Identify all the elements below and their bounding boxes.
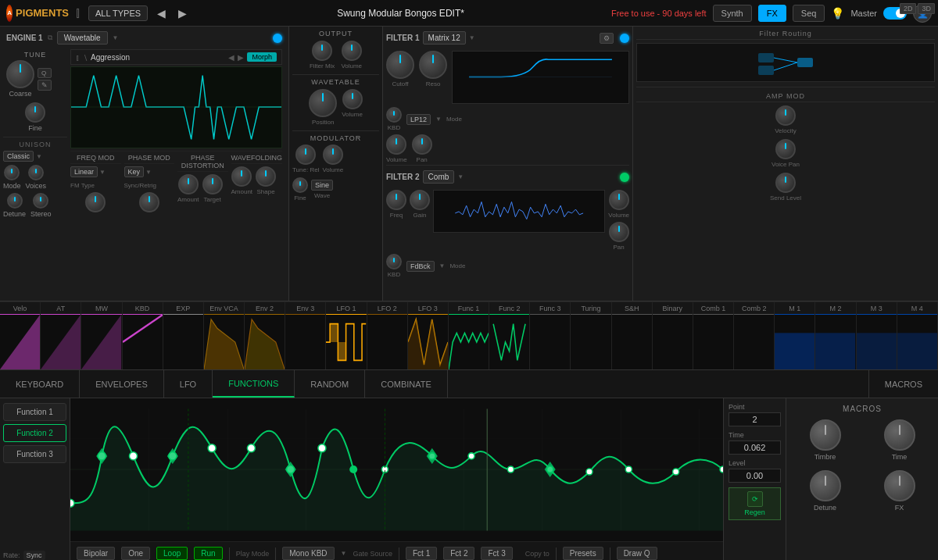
presets-button[interactable]: Presets: [563, 547, 603, 560]
engine1-copy-icon[interactable]: ⧉: [48, 34, 52, 42]
tab-functions[interactable]: FUNCTIONS: [213, 370, 295, 398]
mod-cell-m4[interactable]: M 4: [897, 302, 938, 369]
lightbulb-icon[interactable]: 💡: [831, 7, 844, 20]
fct2-copy-button[interactable]: Fct 2: [443, 547, 474, 560]
point-value[interactable]: 2: [729, 412, 781, 426]
preset-type-selector[interactable]: ALL TYPES: [88, 5, 148, 21]
morph-button[interactable]: Morph: [247, 52, 277, 62]
voice-pan-knob[interactable]: [775, 139, 796, 159]
tab-keyboard[interactable]: KEYBOARD: [0, 370, 80, 398]
function1-button[interactable]: Function 1: [3, 403, 66, 421]
rate-value[interactable]: Sync: [23, 551, 45, 560]
mod-cell-exp[interactable]: EXP: [163, 302, 204, 369]
macro-time-knob[interactable]: [884, 419, 915, 451]
voices-knob[interactable]: [28, 165, 44, 180]
f1-pan-knob[interactable]: [412, 134, 432, 155]
f2-fdbck-selector[interactable]: FdBck: [406, 261, 435, 272]
cutoff-knob[interactable]: [386, 51, 414, 79]
bipolar-button[interactable]: Bipolar: [77, 547, 115, 560]
mod-cell-func3[interactable]: Func 3: [530, 302, 571, 369]
tab-seq-button[interactable]: Seq: [793, 5, 825, 22]
wt-next-icon[interactable]: ▶: [238, 53, 244, 62]
wf-amount-knob[interactable]: [231, 166, 252, 187]
mod-cell-kbd[interactable]: KBD: [123, 302, 163, 369]
mod-cell-mw[interactable]: MW: [81, 302, 122, 369]
mod-cell-func2[interactable]: Func 2: [489, 302, 530, 369]
mod-cell-m2[interactable]: M 2: [815, 302, 856, 369]
sync-selector[interactable]: Key: [124, 166, 145, 177]
tab-combinate[interactable]: COMBINATE: [365, 370, 448, 398]
prev-preset-button[interactable]: ◀: [154, 7, 169, 20]
macro-timbre-knob[interactable]: [810, 419, 841, 451]
f1-mode-selector[interactable]: LP12: [406, 114, 431, 125]
mod-cell-turing[interactable]: Turing: [571, 302, 611, 369]
mod-cell-snh[interactable]: S&H: [612, 302, 653, 369]
mod-cell-lfo3[interactable]: LFO 3: [408, 302, 449, 369]
phase-knob[interactable]: [139, 192, 159, 212]
filter-mix-knob[interactable]: [312, 41, 332, 61]
time-value[interactable]: 0.062: [729, 441, 781, 455]
f2-volume-knob[interactable]: [609, 190, 629, 210]
f2-kbd-knob[interactable]: [386, 254, 402, 269]
mode-knob[interactable]: [4, 165, 20, 180]
mod-cell-lfo2[interactable]: LFO 2: [367, 302, 408, 369]
f2-freq-knob[interactable]: [386, 190, 406, 210]
wf-shape-knob[interactable]: [256, 166, 276, 187]
level-value[interactable]: 0.00: [729, 469, 781, 483]
pd-target-knob[interactable]: [202, 174, 223, 194]
next-preset-button[interactable]: ▶: [175, 7, 190, 20]
mod-cell-comb1[interactable]: Comb 1: [693, 302, 734, 369]
f2-pan-knob[interactable]: [609, 222, 629, 242]
stereo-knob[interactable]: [33, 193, 48, 209]
mod-wave-select[interactable]: Sine: [311, 180, 333, 191]
pd-amount-knob[interactable]: [178, 174, 199, 194]
engine1-type-selector[interactable]: Wavetable: [57, 31, 108, 45]
filter1-power-button[interactable]: [620, 34, 629, 43]
wt-out-volume-knob[interactable]: [342, 89, 363, 109]
output-volume-knob[interactable]: [342, 41, 362, 61]
3d-button[interactable]: 3D: [918, 3, 935, 14]
mod-cell-func1[interactable]: Func 1: [449, 302, 489, 369]
function3-button[interactable]: Function 3: [3, 445, 66, 463]
detune-knob[interactable]: [7, 193, 23, 209]
f2-gain-knob[interactable]: [410, 190, 430, 210]
tab-random[interactable]: RANDOM: [295, 370, 365, 398]
fm-type-selector[interactable]: Linear: [70, 166, 98, 177]
tab-fx-button[interactable]: FX: [758, 5, 786, 22]
velocity-knob[interactable]: [775, 105, 796, 126]
fct3-copy-button[interactable]: Fct 3: [481, 547, 512, 560]
function2-button[interactable]: Function 2: [3, 424, 66, 442]
pencil-button[interactable]: ✎: [38, 80, 52, 91]
mod-cell-m3[interactable]: M 3: [857, 302, 897, 369]
run-button[interactable]: Run: [194, 547, 222, 560]
fct1-copy-button[interactable]: Fct 1: [406, 547, 437, 560]
filter2-power-button[interactable]: [620, 173, 629, 182]
mod-cell-env3[interactable]: Env 3: [285, 302, 326, 369]
send-level-knob[interactable]: [775, 173, 796, 193]
fine-knob[interactable]: [25, 102, 45, 123]
f1-volume-knob[interactable]: [386, 134, 406, 155]
mod-cell-env2[interactable]: Env 2: [245, 302, 285, 369]
reso-knob[interactable]: [419, 51, 447, 79]
2d-button[interactable]: 2D: [900, 3, 917, 14]
wt-nav-prev[interactable]: ⫿: [76, 53, 80, 62]
regen-button[interactable]: ⟳ Regen: [729, 487, 781, 520]
wt-prev-icon[interactable]: ◀: [228, 53, 234, 62]
macro-detune-knob[interactable]: [810, 470, 841, 501]
tab-synth-button[interactable]: Synth: [713, 5, 752, 22]
menu-lines-icon[interactable]: ⫿: [75, 5, 82, 21]
filter1-type-selector[interactable]: Matrix 12: [423, 31, 466, 45]
one-button[interactable]: One: [121, 547, 150, 560]
draw-q-button[interactable]: Draw Q: [617, 547, 657, 560]
q-button[interactable]: Q: [38, 68, 52, 78]
mod-cell-lfo1[interactable]: LFO 1: [326, 302, 367, 369]
fm-amount-knob[interactable]: [85, 192, 106, 212]
tab-macros[interactable]: MACROS: [868, 370, 938, 398]
mod-cell-binary[interactable]: Binary: [653, 302, 693, 369]
mod-cell-m1[interactable]: M 1: [775, 302, 815, 369]
filter1-settings-button[interactable]: ⚙: [600, 33, 614, 44]
wt-position-knob[interactable]: [309, 89, 337, 117]
f1-kbd-knob[interactable]: [386, 107, 402, 123]
tab-lfo[interactable]: LFO: [164, 370, 213, 398]
coarse-knob[interactable]: [6, 60, 34, 88]
